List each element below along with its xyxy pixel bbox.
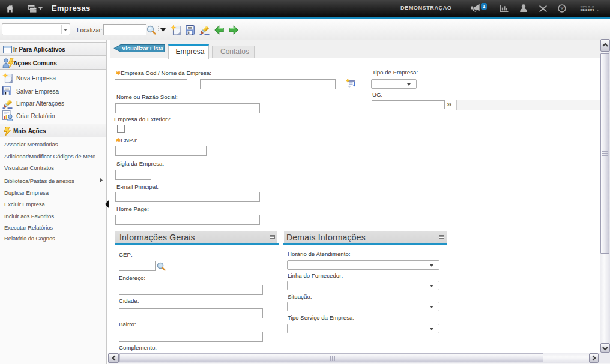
svg-text:?: ? — [560, 5, 564, 11]
svg-text:Visualizar Lista: Visualizar Lista — [122, 45, 164, 52]
svg-text:IBM: IBM — [580, 5, 594, 13]
